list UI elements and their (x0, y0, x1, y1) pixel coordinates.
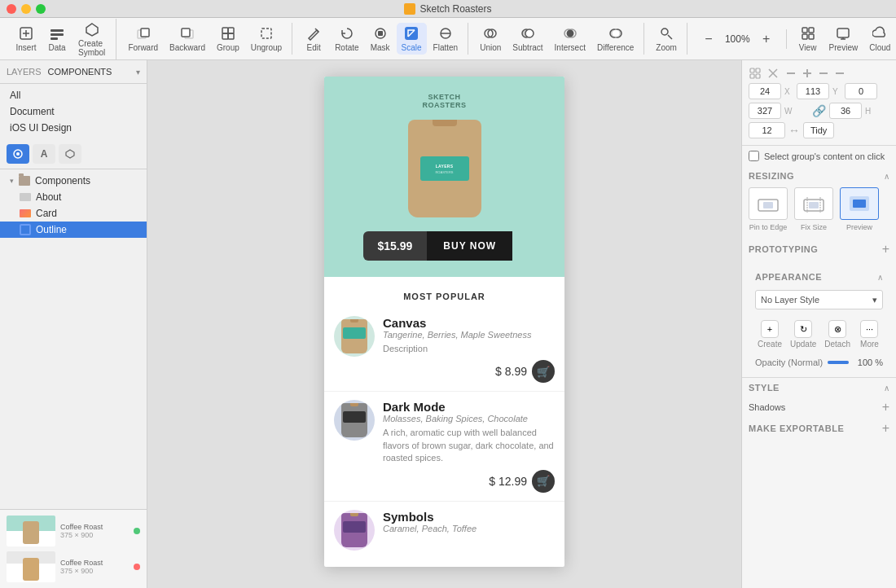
tree-item-about[interactable]: About (0, 189, 147, 205)
appearance-section: APPEARANCE ∧ No Layer Style ▾ + Create ↻… (742, 261, 896, 378)
zoom-button[interactable]: Zoom (651, 23, 682, 55)
mask-button[interactable]: Mask (366, 23, 395, 55)
select-group-label: Select group's content on click (764, 151, 885, 161)
thumb-item-1[interactable]: Coffee Roast 375 × 900 (3, 513, 143, 549)
flatten-button[interactable]: Flatten (428, 23, 463, 55)
create-style-action[interactable]: + Create (755, 318, 784, 351)
titlebar: Sketch Roasters (0, 0, 896, 18)
svg-rect-3 (51, 29, 64, 32)
union-button[interactable]: Union (475, 23, 506, 55)
svg-rect-45 (750, 74, 754, 78)
minimize-button[interactable] (21, 4, 31, 14)
tree-item-document[interactable]: Document (0, 103, 147, 120)
rotate-button[interactable]: Rotate (330, 23, 363, 55)
shadows-add-button[interactable]: + (882, 401, 889, 414)
r-input[interactable]: 0 (845, 83, 877, 99)
forward-button[interactable]: Forward (123, 23, 163, 55)
toolbar-boolean-group: Union Subtract Intersect Difference (470, 23, 644, 55)
svg-rect-51 (803, 72, 811, 74)
prototyping-add-button[interactable]: + (882, 243, 889, 256)
opacity-slider-track[interactable] (828, 361, 849, 364)
union-label: Union (480, 43, 501, 52)
update-style-action[interactable]: ↻ Update (788, 318, 819, 351)
w-input[interactable]: 327 (749, 103, 781, 119)
filter-text-button[interactable]: A (33, 144, 55, 164)
thumbnail-strip: Coffee Roast 375 × 900 Coffee Roast 375 … (0, 509, 147, 588)
group-label: Group (217, 43, 239, 52)
x-input[interactable]: 24 (749, 83, 781, 99)
thumb-item-2[interactable]: Coffee Roast 375 × 900 (3, 549, 143, 585)
tab-layers[interactable]: LAYERS (7, 65, 42, 78)
difference-button[interactable]: Difference (592, 23, 639, 55)
toolbar-arrange-group: Forward Backward Group Ungroup (118, 23, 292, 55)
select-group-checkbox[interactable] (749, 151, 759, 161)
tree-item-outline[interactable]: Outline (0, 222, 147, 238)
ungroup-label: Ungroup (251, 43, 282, 52)
edit-button[interactable]: Edit (299, 23, 328, 55)
cloud-button[interactable]: Cloud (864, 23, 895, 55)
resize-fix-box[interactable] (794, 187, 833, 220)
scale-button[interactable]: Scale (397, 23, 427, 55)
detach-style-label: Detach (824, 340, 850, 349)
h-input[interactable]: 36 (829, 103, 862, 119)
close-button[interactable] (7, 4, 16, 14)
preview-button[interactable]: Preview (824, 23, 863, 55)
appearance-chevron-icon[interactable]: ∧ (877, 273, 883, 282)
data-button[interactable]: Data (42, 23, 72, 55)
svg-point-41 (16, 152, 20, 156)
cta-buy-button[interactable]: BUY NOW (427, 231, 512, 261)
more-style-action[interactable]: ··· More (856, 318, 883, 351)
tree-item-all[interactable]: All (0, 87, 147, 103)
subtract-button[interactable]: Subtract (507, 23, 547, 55)
panel-chevron-icon[interactable]: ▾ (136, 68, 140, 77)
y-input[interactable]: 113 (797, 83, 829, 99)
difference-icon (608, 25, 624, 42)
insert-button[interactable]: Insert (11, 23, 41, 55)
tree-item-card[interactable]: Card (0, 205, 147, 222)
ungroup-button[interactable]: Ungroup (246, 23, 287, 55)
filter-symbol-button[interactable] (59, 144, 81, 164)
filter-component-button[interactable] (7, 144, 29, 164)
preview-label: Preview (829, 43, 859, 52)
cart-button-canvas[interactable]: 🛒 (532, 360, 555, 383)
thumb-size-1: 375 × 900 (60, 531, 103, 539)
resizing-chevron-icon[interactable]: ∧ (884, 172, 889, 181)
tree-item-ios-ui-design[interactable]: iOS UI Design (0, 120, 147, 136)
resize-pin-box[interactable] (749, 187, 788, 220)
difference-label: Difference (597, 43, 634, 52)
maximize-button[interactable] (36, 4, 46, 14)
tab-components[interactable]: COMPONENTS (48, 65, 112, 78)
tidy-button[interactable]: Tidy (803, 122, 834, 138)
thumb-size-2: 375 × 900 (60, 567, 103, 575)
make-exportable-label: MAKE EXPORTABLE (749, 423, 844, 433)
svg-rect-8 (141, 29, 149, 37)
product-bag-symbols (341, 513, 367, 547)
detach-style-action[interactable]: ⊗ Detach (822, 318, 853, 351)
style-section-header: STYLE ∧ (742, 378, 896, 397)
flatten-icon (437, 25, 454, 42)
make-exportable-add-button[interactable]: + (882, 422, 889, 435)
hero-section: SKETCH ROASTERS LAYERS ROASTERS $15.99 (324, 77, 564, 277)
tree-item-components-folder[interactable]: ▾ Components (0, 173, 147, 189)
thumb-preview-1 (7, 516, 55, 546)
zoom-minus-button[interactable]: − (694, 29, 723, 49)
backward-button[interactable]: Backward (165, 23, 210, 55)
hero-cta: $15.99 BUY NOW (363, 231, 526, 261)
layer-style-dropdown[interactable]: No Layer Style ▾ (755, 290, 883, 309)
resize-preview-box[interactable] (840, 187, 879, 220)
view-icon (800, 25, 816, 42)
group-button[interactable]: Group (212, 23, 244, 55)
intersect-button[interactable]: Intersect (550, 23, 591, 55)
create-symbol-button[interactable]: Create Symbol (73, 19, 111, 59)
resize-preview-label: Preview (846, 223, 872, 231)
subtract-icon (520, 25, 536, 42)
canvas[interactable]: SKETCH ROASTERS LAYERS ROASTERS $15.99 (147, 60, 741, 588)
tidy-input[interactable]: 12 (749, 122, 785, 138)
zoom-plus-button[interactable]: + (752, 29, 781, 49)
view-button[interactable]: View (793, 23, 823, 55)
make-exportable-section: MAKE EXPORTABLE + (742, 417, 896, 440)
style-chevron-icon[interactable]: ∧ (884, 384, 889, 393)
lock-ratio-icon[interactable]: 🔗 (812, 104, 826, 117)
components-tree: ▾ Components About Card Outline (0, 169, 147, 241)
cart-button-darkmode[interactable]: 🛒 (532, 470, 555, 493)
